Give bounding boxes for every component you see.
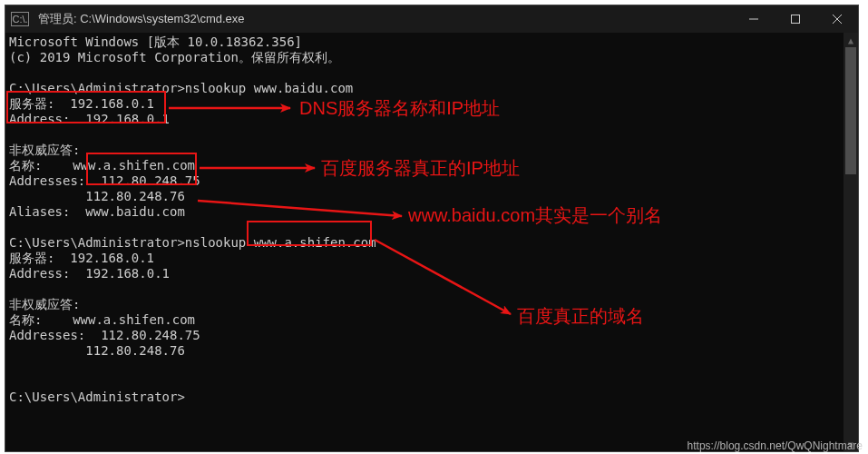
close-button[interactable] [816, 5, 858, 33]
annotation-label-ip: 百度服务器真正的IP地址 [321, 156, 520, 181]
terminal-line: 非权威应答: [9, 297, 80, 311]
minimize-button[interactable] [733, 5, 775, 33]
maximize-icon [791, 15, 800, 24]
titlebar[interactable]: C:\. 管理员: C:\Windows\system32\cmd.exe [5, 5, 858, 33]
annotation-label-domain: 百度真正的域名 [517, 304, 644, 329]
terminal-line: Addresses: 112.80.248.75 [9, 328, 200, 342]
scrollbar[interactable]: ▲ ▼ [844, 33, 858, 451]
annotation-box-ip [86, 153, 197, 185]
terminal-line: C:\Users\Administrator> [9, 390, 185, 404]
scrollbar-thumb[interactable] [845, 47, 856, 174]
terminal-line: Microsoft Windows [版本 10.0.18362.356] [9, 35, 302, 49]
cmd-icon: C:\. [11, 12, 29, 26]
watermark: https://blog.csdn.net/QwQNightmare [688, 439, 863, 452]
svg-rect-1 [792, 15, 800, 24]
terminal-line: 名称: www.a.shifen.com [9, 312, 195, 327]
annotation-box-dns [6, 91, 166, 123]
terminal-line: Aliases: www.baidu.com [9, 204, 185, 219]
annotation-label-alias: www.baidu.com其实是一个别名 [408, 203, 662, 228]
terminal-line: Address: 192.168.0.1 [9, 266, 170, 281]
terminal-line: (c) 2019 Microsoft Corporation。保留所有权利。 [9, 50, 340, 64]
scroll-up-icon[interactable]: ▲ [844, 33, 858, 47]
window-title: 管理员: C:\Windows\system32\cmd.exe [34, 11, 733, 27]
terminal-line: 112.80.248.76 [9, 189, 185, 203]
window-controls [733, 5, 858, 33]
close-icon [833, 15, 842, 24]
maximize-button[interactable] [775, 5, 816, 33]
annotation-label-dns: DNS服务器名称和IP地址 [299, 96, 500, 121]
cmd-window: C:\. 管理员: C:\Windows\system32\cmd.exe Mi… [5, 5, 859, 452]
minimize-icon [749, 15, 758, 24]
terminal-line: 非权威应答: [9, 143, 80, 157]
terminal-line: 服务器: 192.168.0.1 [9, 251, 154, 265]
annotation-box-domain [247, 221, 372, 246]
terminal-line: 112.80.248.76 [9, 343, 185, 358]
